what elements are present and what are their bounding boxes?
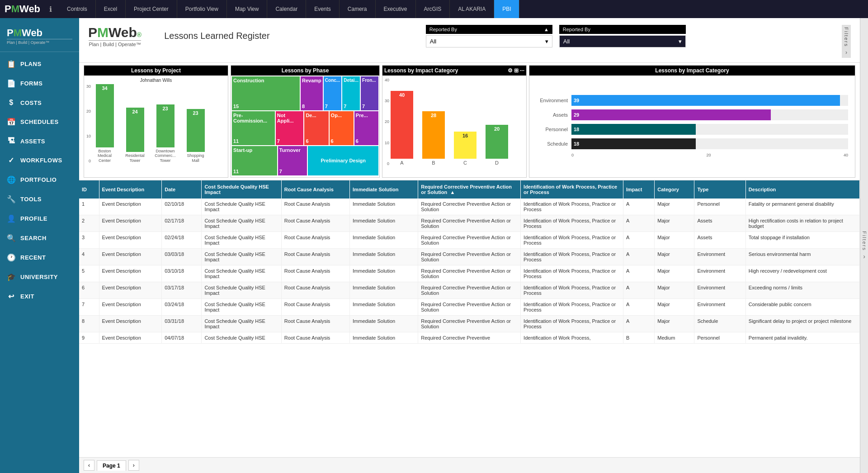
sidebar-item-profile[interactable]: 👤 PROFILE (0, 209, 79, 228)
nav-camera[interactable]: Camera (340, 0, 376, 18)
filter-label-2: Reported By (559, 25, 686, 34)
cell-cost-schedule: Cost Schedule Quality HSE Impact (202, 215, 281, 232)
sidebar-item-recent[interactable]: 🕐 RECENT (0, 248, 79, 267)
sidebar-item-assets[interactable]: 🏗 ASSETS (0, 132, 79, 151)
dropdown-arrow-1: ▾ (545, 38, 548, 45)
phase-preliminary[interactable]: Preliminary Design (308, 146, 378, 175)
filters-panel-toggle[interactable]: Filters › (842, 25, 851, 58)
filter-icon[interactable]: ⚙ (508, 67, 513, 74)
phase-fron[interactable]: Fron... 7 (361, 76, 378, 110)
table-row: 5 Event Description 03/10/18 Cost Schedu… (79, 265, 860, 282)
phase-revamp[interactable]: Revamp 8 (301, 76, 323, 110)
nav-events[interactable]: Events (306, 0, 340, 18)
nav-executive[interactable]: Executive (376, 0, 416, 18)
sidebar-item-search[interactable]: 🔍 SEARCH (0, 228, 79, 248)
cell-category: Major (655, 265, 694, 282)
cell-required: Required Corrective Preventive Action or… (418, 265, 521, 282)
phase-turnover[interactable]: Turnover 7 (278, 146, 307, 175)
lessons-table: ID Event Description Date Cost Schedule … (79, 180, 860, 344)
collapse-arrow: › (845, 49, 847, 56)
next-page-button[interactable]: › (128, 460, 139, 471)
nav-arcgis[interactable]: ArcGIS (416, 0, 450, 18)
cell-cost-schedule: Cost Schedule Quality HSE Impact (202, 282, 281, 298)
cell-immediate: Immediate Solution (350, 232, 418, 248)
phase-de[interactable]: De... 6 (304, 111, 328, 145)
cell-cost-schedule: Cost Schedule Quality HSE Impact (202, 265, 281, 282)
nav-excel[interactable]: Excel (96, 0, 126, 18)
cell-required: Required Corrective Preventive Action or… (418, 282, 521, 298)
phase-startup[interactable]: Start-up 11 (232, 146, 277, 175)
nav-project-center[interactable]: Project Center (126, 0, 177, 18)
impact-bars: 40 A 28 B 16 C (391, 78, 524, 175)
dropdown-arrow-2: ▾ (679, 38, 682, 45)
sidebar-item-university[interactable]: 🎓 UNIVERSITY (0, 267, 79, 287)
prev-page-button[interactable]: ‹ (84, 460, 94, 471)
pmweb-subtitle: Plan | Build | Operate™ (89, 40, 141, 47)
cell-cost-schedule: Cost Schedule Quality HSE Impact (202, 298, 281, 315)
col-required[interactable]: Required Corrective Preventive Action or… (418, 180, 521, 199)
nav-alakaria[interactable]: AL AKARIA (450, 0, 494, 18)
right-panel-handle[interactable]: Filters › (860, 18, 868, 473)
nav-calendar[interactable]: Calendar (267, 0, 306, 18)
grid-icon[interactable]: ⊞ (514, 67, 519, 74)
more-icon[interactable]: ··· (520, 67, 524, 74)
page-1-tab[interactable]: Page 1 (97, 460, 126, 471)
cell-category: Major (655, 199, 694, 215)
bar-chart-project: 34 Boston Medical Center 24 Residental T… (92, 84, 226, 172)
sidebar: PMWeb Plan | Build | Operate™ 📋 PLANS 📄 … (0, 18, 79, 473)
table-wrapper[interactable]: ID Event Description Date Cost Schedule … (79, 180, 860, 457)
cell-id: 9 (79, 332, 99, 343)
y-axis-impact: 403020100 (385, 78, 391, 175)
phase-construction[interactable]: Construction 15 (232, 76, 300, 110)
university-icon: 🎓 (7, 273, 16, 281)
phase-detai[interactable]: Detai... 7 (342, 76, 360, 110)
cell-id: 3 (79, 232, 99, 248)
bar-b: 28 B (422, 111, 445, 166)
phase-op[interactable]: Op... 6 (330, 111, 354, 145)
pagination: ‹ Page 1 › (79, 457, 860, 473)
cell-impact: A (623, 298, 654, 315)
sidebar-item-tools[interactable]: 🔧 TOOLS (0, 189, 79, 209)
cell-identification: Identification of Work Process, (521, 332, 623, 343)
sidebar-item-exit[interactable]: ↩ EXIT (0, 287, 79, 306)
nav-portfolio-view[interactable]: Portfolio View (177, 0, 227, 18)
sidebar-item-plans[interactable]: 📋 PLANS (0, 54, 79, 74)
sidebar-item-costs[interactable]: $ COSTS (0, 93, 79, 112)
pmweb-logo: PMWeb® Plan | Build | Operate™ (88, 25, 142, 47)
sidebar-item-forms[interactable]: 📄 FORMS (0, 74, 79, 93)
chart-by-impact-h-title: Lessons by Impact Category (529, 66, 855, 76)
cell-date: 02/10/18 (162, 199, 202, 215)
nav-controls[interactable]: Controls (59, 0, 96, 18)
cell-identification: Identification of Work Process, Practice… (521, 282, 623, 298)
hbar-assets: Assets 29 (536, 109, 848, 120)
cell-category: Major (655, 215, 694, 232)
cell-type: Environment (694, 282, 745, 298)
cell-cost-schedule: Cost Schedule Quality HSE (202, 332, 281, 343)
chart-by-impact-v-body: 403020100 40 A 28 B (382, 76, 526, 177)
hbar-schedule: Schedule 18 (536, 138, 848, 149)
info-icon[interactable]: ℹ (49, 5, 52, 14)
filter-select-2[interactable]: All ▾ (559, 35, 686, 47)
nav-pbi[interactable]: PBI (494, 0, 519, 18)
cell-identification: Identification of Work Process, Practice… (521, 315, 623, 332)
sidebar-item-portfolio[interactable]: 🌐 PORTFOLIO (0, 170, 79, 189)
filter-select-1[interactable]: All ▾ (426, 35, 552, 47)
filter-chevron-1: ▲ (544, 27, 549, 32)
right-collapse-icon: › (863, 253, 865, 260)
nav-map-view[interactable]: Map View (227, 0, 267, 18)
sidebar-item-workflows[interactable]: ✓ WORKFLOWS (0, 151, 79, 170)
phase-precommission[interactable]: Pre-Commission... 11 (232, 111, 275, 145)
filter-group: Reported By ▲ All ▾ Reported By All ▾ (426, 25, 686, 47)
phase-notappli[interactable]: Not Appli... 7 (276, 111, 304, 145)
cell-root-cause: Root Cause Analysis (281, 282, 349, 298)
forms-icon: 📄 (7, 79, 16, 88)
phase-pre[interactable]: Pre... 6 (354, 111, 378, 145)
table-row: 9 Event Description 04/07/18 Cost Schedu… (79, 332, 860, 343)
cell-impact: A (623, 199, 654, 215)
cell-immediate: Immediate Solution (350, 282, 418, 298)
cell-cost-schedule: Cost Schedule Quality HSE Impact (202, 315, 281, 332)
phase-conc[interactable]: Conc... 7 (324, 76, 341, 110)
sidebar-item-schedules[interactable]: 📅 SCHEDULES (0, 112, 79, 132)
cell-cost-schedule: Cost Schedule Quality HSE Impact (202, 232, 281, 248)
cell-category: Medium (655, 332, 694, 343)
